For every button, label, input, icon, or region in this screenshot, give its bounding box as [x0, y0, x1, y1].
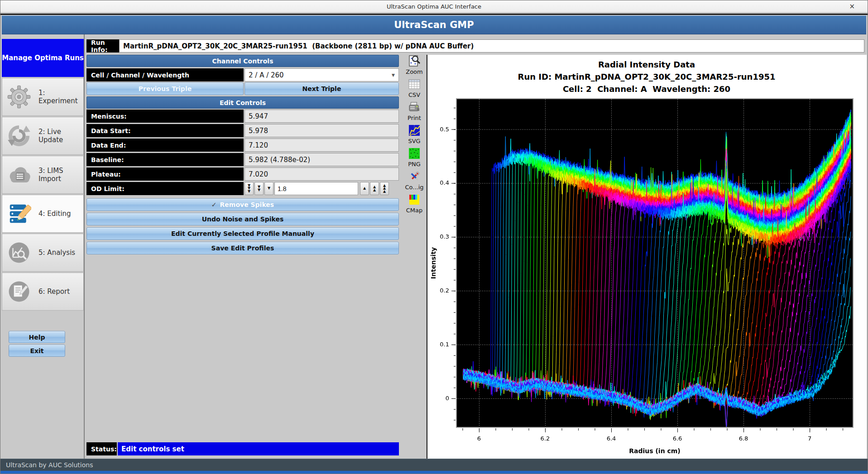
plateau-value-text: 7.020: [249, 170, 268, 178]
toolbar-csv-label: CSV: [408, 91, 420, 98]
od-increment-medium-button[interactable]: ▲▲: [370, 182, 379, 195]
sidebar-item-live-update[interactable]: 2: Live Update: [2, 117, 84, 155]
sidebar-item-label: 4: Editing: [38, 210, 71, 218]
od-decrement-fast-button[interactable]: ▼▼▼: [245, 182, 254, 195]
config-tools-icon: [408, 170, 421, 183]
edit-controls-title: Edit Controls: [220, 99, 266, 106]
baseline-value: 5.982 (4.788e-02): [245, 153, 399, 166]
footer-statusbar: UltraScan by AUC Solutions: [0, 459, 868, 471]
toolbar-cmap-label: CMap: [406, 207, 423, 214]
csv-icon: [408, 78, 421, 91]
triple-combobox[interactable]: 2 / A / 260 ▼: [245, 68, 399, 81]
sidebar-item-experiment[interactable]: 1: Experiment: [2, 78, 84, 116]
data-end-value: 7.120: [245, 139, 399, 152]
status-label: Status:: [86, 442, 117, 455]
remove-spikes-label: Remove Spikes: [220, 201, 274, 208]
toolbar-zoom-button[interactable]: Zoom: [402, 55, 427, 75]
data-start-label: Data Start:: [86, 124, 244, 137]
chevron-down-icon: ▼: [392, 73, 395, 77]
status-value: Edit controls set: [118, 442, 399, 455]
run-info-label: Run Info:: [86, 39, 119, 53]
status-label-text: Status:: [91, 445, 117, 453]
app-window: UltraScan Optima AUC Interface × UltraSc…: [0, 0, 868, 474]
run-info-value: MartinR_pDNA_OPT2_30K_20C_3MAR25-run1951…: [119, 39, 864, 53]
undo-noise-spikes-label: Undo Noise and Spikes: [202, 215, 284, 223]
toolbar-svg-label: SVG: [408, 138, 420, 144]
data-start-label-text: Data Start:: [91, 127, 131, 134]
toolbar-print-button[interactable]: Print: [402, 101, 427, 121]
footer-credit-text: UltraScan by AUC Solutions: [6, 461, 93, 469]
od-limit-label-text: OD Limit:: [91, 185, 125, 192]
gear-icon: [7, 85, 31, 109]
document-pencil-icon: [7, 279, 31, 304]
od-limit-input[interactable]: [274, 182, 358, 195]
exit-button[interactable]: Exit: [9, 345, 65, 357]
next-triple-label: Next Triple: [302, 85, 341, 92]
toolbar-print-label: Print: [408, 115, 421, 121]
toolbar-png-label: PNG: [408, 161, 421, 168]
od-decrement-button[interactable]: ▼: [264, 182, 273, 195]
meniscus-label-text: Meniscus:: [91, 113, 127, 120]
data-end-label-text: Data End:: [91, 142, 126, 149]
colormap-icon: [408, 193, 421, 206]
help-button[interactable]: Help: [9, 331, 65, 343]
channel-controls-banner: Channel Controls: [86, 55, 399, 67]
png-icon: [408, 147, 421, 160]
sidebar-item-label: 3: LIMS Import: [38, 167, 83, 183]
toolbar-csv-button[interactable]: CSV: [402, 78, 427, 98]
plot-subtitle-cell: Cell: 2 Channel: A Wavelength: 260: [427, 83, 866, 95]
previous-triple-button[interactable]: Previous Triple: [86, 82, 244, 95]
print-icon: [408, 101, 421, 114]
svg-icon: [408, 124, 421, 137]
triple-combobox-value: 2 / A / 260: [249, 71, 284, 79]
undo-noise-spikes-button[interactable]: Undo Noise and Spikes: [86, 213, 399, 225]
sidebar-section-label: Manage Optima Runs: [2, 54, 84, 62]
window-titlebar[interactable]: UltraScan Optima AUC Interface ×: [0, 0, 868, 13]
od-limit-label: OD Limit:: [86, 182, 244, 195]
plot-title: Radial Intensity Data: [427, 58, 866, 71]
baseline-value-text: 5.982 (4.788e-02): [249, 156, 310, 164]
previous-triple-label: Previous Triple: [139, 85, 192, 92]
next-triple-button[interactable]: Next Triple: [245, 82, 399, 95]
toolbar-png-button[interactable]: PNG: [402, 147, 427, 168]
server-pencil-icon: [7, 201, 31, 226]
data-end-value-text: 7.120: [249, 141, 268, 149]
footer-accent-strip: [0, 471, 868, 474]
chart-magnifier-icon: [7, 240, 31, 265]
sidebar-item-label: 1: Experiment: [38, 89, 83, 105]
toolbar-config-button[interactable]: Co...ig: [402, 170, 427, 191]
od-increment-fast-button[interactable]: ▲▲▲: [380, 182, 389, 195]
toolbar-zoom-label: Zoom: [406, 68, 422, 75]
od-increment-button[interactable]: ▲: [360, 182, 369, 195]
edit-profile-manually-button[interactable]: Edit Currently Selected Profile Manually: [86, 227, 399, 240]
frame-divider: [0, 14, 868, 15]
cloud-server-icon: [7, 163, 31, 187]
data-start-value: 5.978: [245, 124, 399, 137]
close-icon[interactable]: ×: [849, 2, 855, 10]
radial-intensity-plot-canvas[interactable]: [427, 98, 866, 457]
data-start-value-text: 5.978: [249, 127, 268, 135]
sidebar-item-editing[interactable]: 4: Editing: [2, 195, 84, 233]
toolbar-cmap-button[interactable]: CMap: [402, 193, 427, 214]
meniscus-value: 5.947: [245, 110, 399, 123]
sidebar-item-report[interactable]: 6: Report: [2, 273, 84, 311]
sidebar-item-label: 6: Report: [38, 287, 70, 296]
sidebar-item-analysis[interactable]: 5: Analysis: [2, 234, 84, 272]
od-decrement-medium-button[interactable]: ▼▼: [254, 182, 264, 195]
check-icon: ✓: [211, 201, 217, 208]
zoom-icon: [408, 55, 421, 67]
exit-button-label: Exit: [30, 347, 43, 354]
sidebar-item-label: 5: Analysis: [38, 249, 75, 257]
meniscus-label: Meniscus:: [86, 110, 244, 123]
plot-subtitle-runid: Run ID: MartinR_pDNA_OPT2_30K_20C_3MAR25…: [427, 71, 866, 83]
sidebar-item-label: 2: Live Update: [38, 128, 83, 144]
plateau-value: 7.020: [245, 168, 399, 181]
toolbar-svg-button[interactable]: SVG: [402, 124, 427, 144]
edit-profile-manually-label: Edit Currently Selected Profile Manually: [171, 230, 314, 237]
save-edit-profiles-button[interactable]: Save Edit Profiles: [86, 242, 399, 254]
app-header-title: UltraScan GMP: [394, 19, 474, 30]
sidebar-item-lims-import[interactable]: 3: LIMS Import: [2, 156, 84, 194]
app-header: UltraScan GMP: [2, 15, 866, 34]
plot-title-block: Radial Intensity Data Run ID: MartinR_pD…: [427, 58, 866, 95]
remove-spikes-button[interactable]: ✓ Remove Spikes: [86, 198, 399, 211]
